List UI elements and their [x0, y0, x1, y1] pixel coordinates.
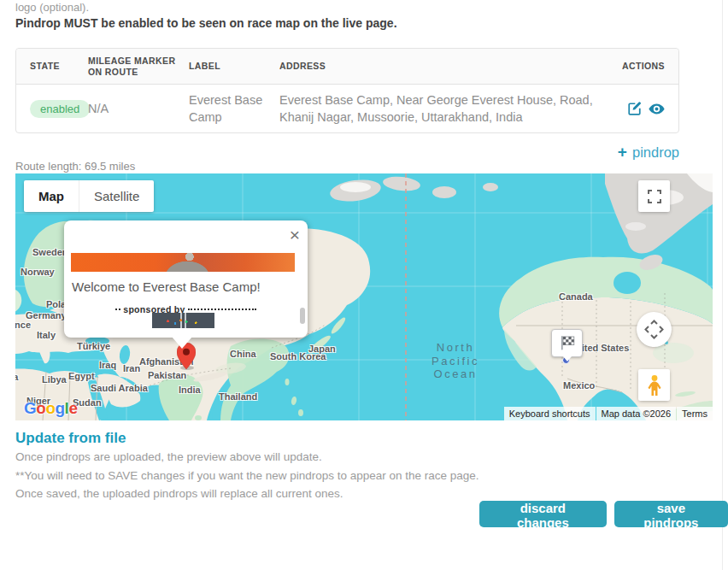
pegman-icon — [645, 374, 664, 397]
view-pindrop-button[interactable] — [649, 101, 665, 117]
action-buttons: discard changes save pindrops — [479, 501, 728, 527]
pindrop-info-window: × Welcome to Everest Base Camp! sponsore… — [64, 220, 308, 338]
map-label-norway: Norway — [21, 267, 55, 277]
address-cell: Everest Base Camp, Near George Everest H… — [279, 93, 593, 124]
map-label-italy: Italy — [37, 330, 56, 340]
map-type-control: Map Satellite — [24, 180, 154, 212]
terms-link[interactable]: Terms — [677, 407, 713, 420]
add-pindrop-link[interactable]: +pindrop — [15, 143, 679, 162]
table-header-row: STATE MILEAGE MARKER ON ROUTE LABEL ADDR… — [16, 49, 678, 85]
page-right-divider — [722, 0, 723, 570]
fullscreen-button[interactable] — [638, 180, 670, 212]
map-label-mexico: Mexico — [563, 380, 595, 391]
table-row: enabled N/A Everest Base Camp Everest Ba… — [16, 85, 678, 132]
pindrop-popup-title: Welcome to Everest Base Camp! — [72, 279, 261, 294]
map-label-sweden: Sweden — [32, 247, 68, 257]
map-type-map-button[interactable]: Map — [24, 180, 79, 212]
checkered-flag-icon — [558, 334, 576, 352]
plus-icon: + — [618, 143, 627, 161]
edit-icon — [626, 107, 643, 120]
close-icon[interactable]: × — [290, 227, 300, 243]
dotted-leader-left — [115, 309, 120, 310]
map-type-satellite-button[interactable]: Satellite — [79, 180, 154, 212]
header-actions: ACTIONS — [612, 57, 678, 75]
pindrop-table: STATE MILEAGE MARKER ON ROUTE LABEL ADDR… — [15, 48, 679, 133]
finish-flag-marker[interactable] — [551, 329, 583, 357]
map-label-algeria: Algeria — [15, 372, 18, 382]
header-address: ADDRESS — [279, 57, 612, 75]
map-label-china: China — [230, 349, 256, 359]
sponsor-image — [152, 313, 214, 328]
footer-help-text: Once pindrops are uploaded, the preview … — [15, 448, 479, 503]
footer-line-3: Once saved, the uploaded pindrops will r… — [15, 485, 479, 503]
mileage-cell: N/A — [88, 100, 189, 118]
map-data-text: Map data ©2026 — [596, 407, 677, 420]
discard-changes-button[interactable]: discard changes — [479, 501, 607, 527]
header-mileage: MILEAGE MARKER ON ROUTE — [88, 52, 189, 81]
map-label-pakistan: Pakistan — [148, 370, 186, 380]
map-label-saudi-arabia: Saudi Arabia — [91, 383, 148, 393]
label-cell: Everest Base Camp — [189, 93, 262, 124]
keyboard-shortcuts-button[interactable]: Keyboard shortcuts — [504, 407, 596, 420]
update-from-file-link[interactable]: Update from file — [15, 430, 126, 447]
race-map[interactable]: Sweden Norway Poland Germany France Ital… — [15, 173, 713, 420]
popup-scrollbar[interactable] — [300, 308, 305, 324]
map-label-thailand: Thailand — [219, 391, 257, 402]
map-label-libya: Libya — [42, 374, 67, 385]
edit-pindrop-button[interactable] — [626, 101, 643, 117]
route-length-text: Route length: 69.5 miles — [15, 160, 135, 173]
map-label-japan: Japan — [308, 344, 336, 354]
header-label: LABEL — [189, 57, 279, 75]
map-label-egypt: Egypt — [68, 371, 95, 381]
status-badge: enabled — [30, 100, 90, 118]
pindrop-note: Pindrop MUST be enabled to be seen on ra… — [15, 16, 397, 30]
footer-line-2: **You will need to SAVE changes if you w… — [15, 467, 479, 485]
pan-arrows-icon — [637, 337, 672, 350]
map-attribution: Keyboard shortcuts Map data ©2026 Terms — [503, 407, 713, 420]
pindrop-hero-image — [71, 253, 295, 272]
map-label-turkiye: Türkiye — [77, 341, 110, 351]
eye-icon — [649, 107, 665, 120]
header-state: STATE — [16, 57, 88, 75]
dotted-leader-right — [188, 309, 256, 310]
google-logo[interactable]: Google — [24, 399, 77, 418]
map-label-germany: Germany — [26, 310, 67, 320]
save-pindrops-button[interactable]: save pindrops — [614, 501, 728, 527]
footer-line-1: Once pindrops are uploaded, the preview … — [15, 448, 479, 467]
add-pindrop-label: pindrop — [632, 144, 679, 160]
pegman-button[interactable] — [638, 369, 670, 401]
map-label-iraq: Iraq — [99, 360, 116, 370]
map-label-canada: Canada — [559, 291, 593, 302]
pan-control[interactable] — [637, 312, 672, 347]
logo-optional-text: logo (optional). — [15, 1, 89, 14]
map-label-iran: Iran — [123, 363, 140, 373]
ocean-label-north-pacific: NorthPacificOcean — [404, 341, 507, 381]
fullscreen-icon — [647, 189, 662, 204]
map-label-france: France — [15, 320, 31, 330]
map-label-india: India — [179, 385, 201, 395]
